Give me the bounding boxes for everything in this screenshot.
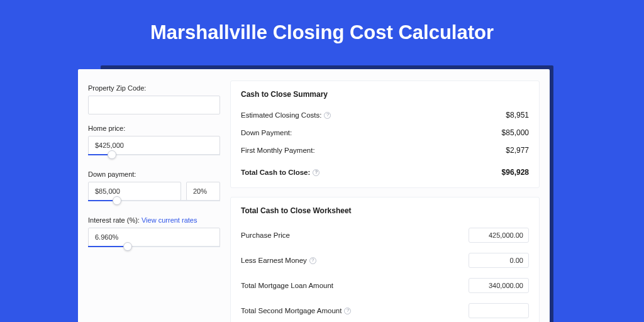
worksheet-value-input[interactable] — [469, 228, 529, 243]
down-payment-input[interactable] — [88, 182, 181, 201]
summary-heading: Cash to Close Summary — [241, 90, 529, 99]
summary-panel: Cash to Close Summary Estimated Closing … — [230, 80, 540, 188]
summary-row: First Monthly Payment: $2,977 — [241, 142, 529, 159]
slider-thumb[interactable] — [108, 150, 116, 159]
slider-fill — [88, 246, 128, 247]
rate-input[interactable] — [88, 228, 220, 247]
zip-label: Property Zip Code: — [88, 84, 220, 92]
worksheet-panel: Total Cash to Close Worksheet Purchase P… — [230, 197, 540, 322]
worksheet-row: Purchase Price — [241, 223, 529, 248]
inputs-column: Property Zip Code: Home price: Down paym… — [88, 80, 220, 322]
worksheet-row-label: Purchase Price — [241, 231, 290, 239]
summary-row-value: $2,977 — [506, 146, 529, 155]
home-price-slider[interactable] — [88, 154, 220, 160]
down-payment-slider[interactable] — [88, 200, 220, 206]
home-price-block: Home price: — [88, 125, 220, 160]
summary-total-label: Total Cash to Close: — [241, 169, 310, 176]
summary-row: Estimated Closing Costs: ? $8,951 — [241, 106, 529, 124]
summary-total-row: Total Cash to Close: ? $96,928 — [241, 160, 529, 181]
worksheet-heading: Total Cash to Close Worksheet — [241, 206, 529, 215]
down-payment-pct-input[interactable] — [186, 182, 220, 201]
home-price-label: Home price: — [88, 125, 220, 132]
down-payment-block: Down payment: — [88, 170, 220, 206]
help-icon[interactable]: ? — [324, 112, 331, 119]
summary-row-value: $8,951 — [506, 111, 529, 119]
results-column: Cash to Close Summary Estimated Closing … — [230, 80, 540, 322]
worksheet-row-label: Total Second Mortgage Amount — [241, 307, 341, 314]
summary-row-value: $85,000 — [502, 128, 529, 137]
worksheet-row: Total Mortgage Loan Amount — [241, 273, 529, 298]
rate-label-row: Interest rate (%): View current rates — [88, 216, 220, 224]
help-icon[interactable]: ? — [313, 169, 319, 176]
worksheet-row-label: Total Mortgage Loan Amount — [241, 282, 333, 289]
help-icon[interactable]: ? — [309, 257, 316, 264]
summary-row-label: First Monthly Payment: — [241, 147, 315, 154]
worksheet-row-label: Less Earnest Money — [241, 257, 307, 264]
rate-block: Interest rate (%): View current rates — [88, 216, 220, 252]
rate-label: Interest rate (%): — [88, 216, 140, 224]
down-payment-label: Down payment: — [88, 170, 220, 178]
worksheet-value-input[interactable] — [469, 303, 529, 318]
worksheet-row: Total Second Mortgage Amount ? — [241, 298, 529, 322]
zip-input[interactable] — [88, 96, 220, 114]
worksheet-value-input[interactable] — [469, 278, 529, 293]
summary-row-label: Down Payment: — [241, 129, 292, 136]
worksheet-row: Less Earnest Money ? — [241, 248, 529, 273]
summary-row-label: Estimated Closing Costs: — [241, 111, 321, 119]
summary-row: Down Payment: $85,000 — [241, 124, 529, 142]
worksheet-value-input[interactable] — [469, 253, 529, 268]
summary-total-value: $96,928 — [502, 168, 529, 177]
slider-thumb[interactable] — [113, 196, 121, 205]
slider-thumb[interactable] — [123, 242, 132, 251]
view-rates-link[interactable]: View current rates — [142, 216, 197, 224]
page-title: Marshallville Closing Cost Calculator — [0, 0, 644, 55]
zip-field-block: Property Zip Code: — [88, 84, 220, 114]
help-icon[interactable]: ? — [344, 308, 351, 314]
rate-slider[interactable] — [88, 246, 220, 252]
calculator-card: Property Zip Code: Home price: Down paym… — [78, 69, 550, 322]
